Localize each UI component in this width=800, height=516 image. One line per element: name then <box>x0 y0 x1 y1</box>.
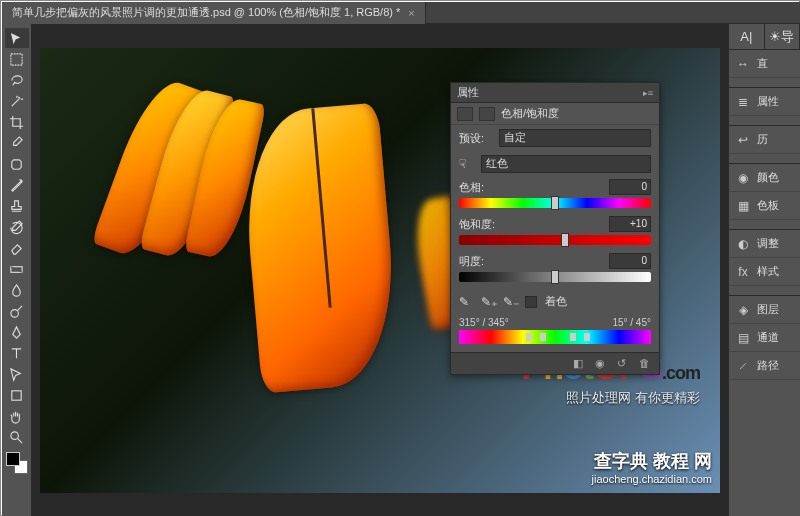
color-panel-button[interactable]: ◉颜色 <box>729 164 800 192</box>
document-tab-title: 简单几步把偏灰的风景照片调的更加通透.psd @ 100% (色相/饱和度 1,… <box>12 5 400 20</box>
tool-panel <box>2 24 32 516</box>
hue-value[interactable]: 0 <box>609 179 651 195</box>
channels-panel-button[interactable]: ▤通道 <box>729 324 800 352</box>
text-tool[interactable] <box>5 343 29 363</box>
zoom-tool[interactable] <box>5 427 29 447</box>
panel-footer: ◧ ◉ ↺ 🗑 <box>451 352 659 374</box>
trash-icon[interactable]: 🗑 <box>639 357 653 371</box>
lightness-slider-row: 明度:0 <box>451 251 659 288</box>
lightness-label: 明度: <box>459 254 484 269</box>
eyedropper-icon[interactable]: ✎ <box>459 295 473 309</box>
svg-rect-3 <box>12 390 21 399</box>
svg-point-4 <box>11 431 19 439</box>
adjustments-panel-button[interactable]: ◐调整 <box>729 230 800 258</box>
brush-tool[interactable] <box>5 175 29 195</box>
clip-icon[interactable]: ◧ <box>573 357 587 371</box>
right-dock: A| ☀ 导 ↔直 ≣属性 ↩历 ◉颜色 ▦色板 ◐调整 fx样式 ◈图层 ▤通… <box>728 24 800 516</box>
panel-menu-icon[interactable]: ▸≡ <box>643 88 653 98</box>
shape-tool[interactable] <box>5 385 29 405</box>
move-tool[interactable] <box>5 28 29 48</box>
healing-tool[interactable] <box>5 154 29 174</box>
properties-panel-button[interactable]: ≣属性 <box>729 88 800 116</box>
eyedropper-sub-icon[interactable]: ✎₋ <box>503 295 517 309</box>
eyedropper-tool[interactable] <box>5 133 29 153</box>
hue-slider[interactable] <box>459 198 651 208</box>
character-panel-icon[interactable]: A| <box>729 24 765 49</box>
color-swatch[interactable] <box>6 452 28 474</box>
color-range-strip[interactable]: 315° / 345°15° / 45° <box>451 315 659 352</box>
saturation-slider-row: 饱和度:+10 <box>451 214 659 251</box>
properties-panel: 属性 ▸≡ 色相/饱和度 预设: 自定 ☟ 红色 色相:0 <box>450 82 660 375</box>
history-panel-button[interactable]: ↩历 <box>729 126 800 154</box>
blur-tool[interactable] <box>5 280 29 300</box>
close-icon[interactable]: × <box>408 7 414 19</box>
lightness-value[interactable]: 0 <box>609 253 651 269</box>
saturation-slider[interactable] <box>459 235 651 245</box>
channel-select[interactable]: 红色 <box>481 155 651 173</box>
magic-wand-tool[interactable] <box>5 91 29 111</box>
svg-point-2 <box>11 309 19 317</box>
styles-panel-button[interactable]: fx样式 <box>729 258 800 286</box>
lightness-slider[interactable] <box>459 272 651 282</box>
guide-panel-button[interactable]: ☀ 导 <box>765 24 801 49</box>
adjustment-name: 色相/饱和度 <box>501 106 559 121</box>
adjustment-header: 色相/饱和度 <box>451 103 659 125</box>
range-right: 15° / 45° <box>612 317 651 328</box>
colorize-label: 着色 <box>545 294 567 309</box>
watermark-site: 查字典 教程 网 jiaocheng.chazidian.com <box>592 449 712 485</box>
panel-title: 属性 <box>457 85 479 100</box>
swatches-panel-button[interactable]: ▦色板 <box>729 192 800 220</box>
dodge-tool[interactable] <box>5 301 29 321</box>
hand-tool[interactable] <box>5 406 29 426</box>
crop-tool[interactable] <box>5 112 29 132</box>
hue-slider-row: 色相:0 <box>451 177 659 214</box>
history-brush-tool[interactable] <box>5 217 29 237</box>
pen-tool[interactable] <box>5 322 29 342</box>
mask-icon[interactable] <box>479 107 495 121</box>
svg-rect-0 <box>11 53 22 64</box>
lasso-tool[interactable] <box>5 70 29 90</box>
colorize-checkbox[interactable] <box>525 296 537 308</box>
saturation-label: 饱和度: <box>459 217 495 232</box>
prev-state-icon[interactable]: ◉ <box>595 357 609 371</box>
document-tab-bar: 简单几步把偏灰的风景照片调的更加通透.psd @ 100% (色相/饱和度 1,… <box>2 2 800 24</box>
preset-select[interactable]: 自定 <box>499 129 651 147</box>
hue-label: 色相: <box>459 180 484 195</box>
canvas-area: PhotOPS.com 照片处理网 有你更精彩 查字典 教程 网 jiaoche… <box>32 24 728 516</box>
panel-header[interactable]: 属性 ▸≡ <box>451 83 659 103</box>
document-tab[interactable]: 简单几步把偏灰的风景照片调的更加通透.psd @ 100% (色相/饱和度 1,… <box>2 2 426 24</box>
layers-panel-button[interactable]: ◈图层 <box>729 296 800 324</box>
path-tool[interactable] <box>5 364 29 384</box>
targeted-adjust-icon[interactable]: ☟ <box>459 157 475 171</box>
paths-panel-button[interactable]: ⟋路径 <box>729 352 800 380</box>
eyedropper-add-icon[interactable]: ✎₊ <box>481 295 495 309</box>
reset-icon[interactable]: ↺ <box>617 357 631 371</box>
stamp-tool[interactable] <box>5 196 29 216</box>
gradient-tool[interactable] <box>5 259 29 279</box>
range-left: 315° / 345° <box>459 317 509 328</box>
eraser-tool[interactable] <box>5 238 29 258</box>
adjustment-icon <box>457 107 473 121</box>
line-panel-button[interactable]: ↔直 <box>729 50 800 78</box>
saturation-value[interactable]: +10 <box>609 216 651 232</box>
marquee-tool[interactable] <box>5 49 29 69</box>
preset-label: 预设: <box>459 131 493 146</box>
